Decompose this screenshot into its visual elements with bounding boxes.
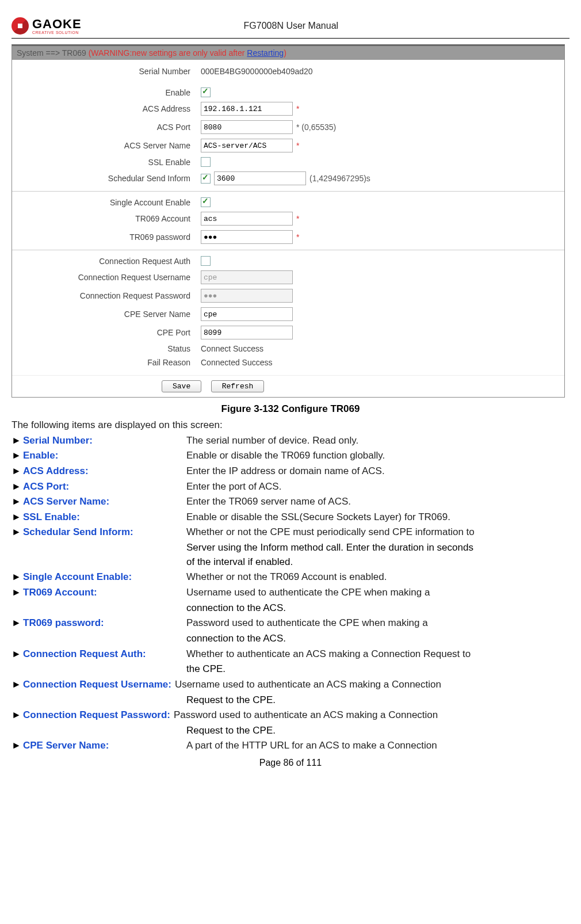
definition-term: Serial Number: [23,434,186,448]
logo-text: GAOKE [32,18,82,30]
definition-term: SSL Enable: [23,510,186,525]
definition-term: Connection Request Username: [23,678,175,692]
acs-port-hint: * (0,65535) [296,123,336,132]
conn-user-label: Connection Request Username [12,273,201,282]
acs-port-label: ACS Port [12,123,201,132]
bullet-marker: ► [12,434,23,448]
definition-term: ACS Address: [23,464,186,479]
definition-desc: Whether to authenticate an ACS making a … [186,647,569,662]
sched-input[interactable] [214,171,306,185]
definition-desc-cont: Request to the CPE. [12,693,569,708]
page-header: GAOKE CREATIVE SOLUTION FG7008N User Man… [12,17,569,39]
required-mark: * [296,214,299,223]
definition-term: Connection Request Password: [23,708,174,723]
serial-label: Serial Number [12,67,201,76]
acs-address-label: ACS Address [12,104,201,113]
required-mark: * [296,141,299,150]
bullet-marker: ► [12,616,23,631]
required-mark: * [296,232,299,242]
bullet-marker: ► [12,525,23,540]
definition-desc-cont: Server using the Inform method call. Ent… [12,541,569,555]
conn-pass-label: Connection Request Password [12,291,201,300]
bullet-marker: ► [12,708,23,723]
logo-icon [12,17,29,35]
definition-row: ►TR069 password:Password used to authent… [12,616,569,631]
required-mark: * [296,104,299,113]
fail-reason-label: Fail Reason [12,358,201,367]
definition-desc-cont: Request to the CPE. [12,724,569,738]
status-label: Status [12,344,201,353]
bullet-marker: ► [12,449,23,463]
conn-pass-input[interactable] [201,289,293,303]
definition-desc: Enter the IP address or domain name of A… [186,464,569,479]
bullet-marker: ► [12,510,23,525]
single-account-checkbox[interactable] [201,197,211,207]
definition-desc-cont: of the interval if enabled. [12,555,569,570]
definition-desc: Password used to authenticate the CPE wh… [186,616,569,631]
cpe-port-label: CPE Port [12,328,201,337]
bullet-marker: ► [12,570,23,585]
definition-desc-cont: the CPE. [12,662,569,677]
enable-checkbox[interactable] [201,87,211,97]
definition-desc: Username used to authenticate an ACS mak… [175,678,569,692]
conn-user-input[interactable] [201,270,293,284]
definition-desc: The serial number of device. Read only. [186,434,569,448]
definition-term: Connection Request Auth: [23,647,186,662]
definition-term: ACS Port: [23,480,186,494]
acs-server-label: ACS Server Name [12,141,201,150]
tr069-account-input[interactable] [201,212,293,226]
breadcrumb: System ==> TR069 (WARNING:new settings a… [12,46,564,60]
definition-row: ►TR069 Account:Username used to authenti… [12,586,569,600]
ssl-label: SSL Enable [12,158,201,167]
restart-link[interactable]: Restarting [247,48,284,58]
definition-desc: A part of the HTTP URL for an ACS to mak… [186,739,569,753]
acs-server-input[interactable] [201,139,293,152]
logo: GAOKE CREATIVE SOLUTION [12,17,82,35]
status-value: Connect Success [201,344,263,353]
sched-checkbox[interactable] [201,174,211,184]
bullet-marker: ► [12,495,23,509]
definition-desc: Whether or not the CPE must periodically… [186,525,569,540]
definition-desc: Enable or disable the TR069 function glo… [186,449,569,463]
tr069-password-input[interactable] [201,230,293,244]
tr069-config-screenshot: System ==> TR069 (WARNING:new settings a… [12,44,565,398]
divider [12,250,564,250]
serial-value: 000EB4BG9000000eb409ad20 [201,67,313,76]
acs-port-input[interactable] [201,120,293,134]
enable-label: Enable [12,88,201,97]
definition-term: TR069 password: [23,616,186,631]
bullet-marker: ► [12,464,23,479]
refresh-button[interactable]: Refresh [211,380,265,392]
definition-term: ACS Server Name: [23,495,186,509]
acs-address-input[interactable] [201,102,293,116]
definition-term: Schedular Send Inform: [23,525,186,540]
definition-row: ►Connection Request Username:Username us… [12,678,569,692]
bullet-marker: ► [12,647,23,662]
warning-text-open: (WARNING:new settings are only valid aft… [86,48,247,58]
definition-row: ►ACS Port:Enter the port of ACS. [12,480,569,494]
fail-reason-value: Connected Success [201,358,273,367]
conn-auth-checkbox[interactable] [201,256,211,266]
definition-row: ►ACS Server Name:Enter the TR069 server … [12,495,569,509]
cpe-port-input[interactable] [201,326,293,339]
definition-desc: Whether or not the TR069 Account is enab… [186,570,569,585]
definition-row: ►CPE Server Name:A part of the HTTP URL … [12,739,569,753]
single-account-label: Single Account Enable [12,198,201,207]
definition-term: Enable: [23,449,186,463]
figure-caption: Figure 3-132 Configure TR069 [12,403,569,415]
ssl-checkbox[interactable] [201,157,211,167]
cpe-server-label: CPE Server Name [12,310,201,319]
definition-desc: Username used to authenticate the CPE wh… [186,586,569,600]
definition-term: CPE Server Name: [23,739,186,753]
manual-title: FG7008N User Manual [244,21,339,31]
definition-row: ►ACS Address:Enter the IP address or dom… [12,464,569,479]
conn-auth-label: Connection Request Auth [12,257,201,266]
bullet-marker: ► [12,678,23,692]
cpe-server-input[interactable] [201,307,293,321]
definition-row: ►SSL Enable:Enable or disable the SSL(Se… [12,510,569,525]
sched-label: Schedular Send Inform [12,174,201,183]
save-button[interactable]: Save [162,380,201,392]
warning-text-close: ) [284,48,286,58]
tr069-account-label: TR069 Account [12,214,201,223]
definition-desc: Password used to authenticate an ACS mak… [174,708,569,723]
